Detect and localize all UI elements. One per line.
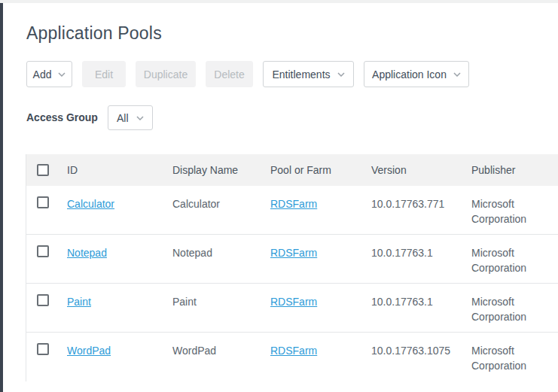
pool-or-farm-cell: RDSFarm bbox=[270, 284, 371, 309]
chevron-down-icon bbox=[337, 72, 345, 77]
chevron-down-icon bbox=[453, 72, 461, 77]
table-row: Paint Paint RDSFarm 10.0.17763.1 Microso… bbox=[26, 284, 558, 333]
delete-button-label: Delete bbox=[214, 68, 244, 81]
column-header-version: Version bbox=[371, 164, 471, 176]
column-header-pool-or-farm: Pool or Farm bbox=[270, 164, 371, 176]
app-id-cell: Notepad bbox=[67, 235, 172, 260]
row-checkbox-cell bbox=[26, 235, 67, 261]
table-row: WordPad WordPad RDSFarm 10.0.17763.1075 … bbox=[26, 333, 558, 381]
add-button[interactable]: Add bbox=[26, 61, 72, 87]
pool-or-farm-cell: RDSFarm bbox=[270, 235, 371, 260]
duplicate-button-label: Duplicate bbox=[144, 68, 188, 81]
table-header-row: ID Display Name Pool or Farm Version Pub… bbox=[26, 154, 558, 186]
version-cell: 10.0.17763.1 bbox=[371, 284, 471, 309]
row-checkbox[interactable] bbox=[37, 343, 49, 355]
access-group-label: Access Group bbox=[26, 105, 98, 130]
toolbar: Add Edit Duplicate Delete Entitlements A… bbox=[26, 61, 469, 87]
row-checkbox[interactable] bbox=[37, 294, 49, 306]
pool-or-farm-link[interactable]: RDSFarm bbox=[270, 198, 317, 210]
app-id-link[interactable]: Paint bbox=[67, 296, 91, 308]
display-name-cell: Paint bbox=[172, 284, 270, 309]
entitlements-dropdown-label: Entitlements bbox=[272, 68, 330, 81]
page-title: Application Pools bbox=[26, 23, 162, 44]
chevron-down-icon bbox=[58, 72, 66, 77]
app-id-cell: Paint bbox=[67, 284, 172, 309]
access-group-selected-value: All bbox=[117, 112, 129, 124]
column-header-id: ID bbox=[67, 164, 172, 176]
row-checkbox-cell bbox=[26, 333, 67, 359]
display-name-cell: Calculator bbox=[172, 186, 270, 211]
column-header-publisher: Publisher bbox=[471, 164, 558, 176]
application-pools-table: ID Display Name Pool or Farm Version Pub… bbox=[26, 154, 558, 381]
row-checkbox-cell bbox=[26, 284, 67, 310]
version-cell: 10.0.17763.1075 bbox=[371, 333, 471, 358]
chevron-down-icon bbox=[136, 116, 144, 120]
app-id-link[interactable]: WordPad bbox=[67, 345, 111, 357]
add-button-label: Add bbox=[33, 68, 52, 81]
column-header-display-name: Display Name bbox=[172, 164, 270, 176]
header-checkbox-cell bbox=[26, 164, 67, 176]
duplicate-button[interactable]: Duplicate bbox=[136, 61, 196, 87]
pool-or-farm-link[interactable]: RDSFarm bbox=[270, 247, 317, 259]
publisher-cell: Microsoft Corporation bbox=[471, 186, 558, 226]
access-group-select[interactable]: All bbox=[108, 105, 153, 130]
row-checkbox-cell bbox=[26, 186, 67, 212]
app-id-cell: WordPad bbox=[67, 333, 172, 358]
application-icon-dropdown-label: Application Icon bbox=[372, 68, 447, 81]
row-checkbox[interactable] bbox=[37, 245, 49, 257]
pool-or-farm-cell: RDSFarm bbox=[270, 333, 371, 358]
pool-or-farm-link[interactable]: RDSFarm bbox=[270, 345, 317, 357]
version-cell: 10.0.17763.1 bbox=[371, 235, 471, 260]
select-all-checkbox[interactable] bbox=[37, 164, 49, 176]
publisher-cell: Microsoft Corporation bbox=[471, 284, 558, 324]
sidebar-edge bbox=[0, 3, 3, 392]
display-name-cell: WordPad bbox=[172, 333, 270, 358]
top-edge-strip bbox=[0, 0, 558, 3]
table-body: Calculator Calculator RDSFarm 10.0.17763… bbox=[26, 186, 558, 381]
row-checkbox[interactable] bbox=[37, 196, 49, 208]
entitlements-dropdown[interactable]: Entitlements bbox=[263, 61, 354, 87]
edit-button-label: Edit bbox=[95, 68, 113, 81]
table-row: Notepad Notepad RDSFarm 10.0.17763.1 Mic… bbox=[26, 235, 558, 284]
pool-or-farm-link[interactable]: RDSFarm bbox=[270, 296, 317, 308]
app-id-link[interactable]: Calculator bbox=[67, 198, 114, 210]
pool-or-farm-cell: RDSFarm bbox=[270, 186, 371, 211]
app-id-cell: Calculator bbox=[67, 186, 172, 211]
app-id-link[interactable]: Notepad bbox=[67, 247, 107, 259]
table-row: Calculator Calculator RDSFarm 10.0.17763… bbox=[26, 186, 558, 235]
application-pools-page: Application Pools Add Edit Duplicate Del… bbox=[0, 0, 558, 392]
delete-button[interactable]: Delete bbox=[206, 61, 253, 87]
edit-button[interactable]: Edit bbox=[82, 61, 126, 87]
application-icon-dropdown[interactable]: Application Icon bbox=[364, 61, 469, 87]
version-cell: 10.0.17763.771 bbox=[371, 186, 471, 211]
display-name-cell: Notepad bbox=[172, 235, 270, 260]
publisher-cell: Microsoft Corporation bbox=[471, 333, 558, 373]
access-group-filter: Access Group All bbox=[26, 105, 153, 130]
publisher-cell: Microsoft Corporation bbox=[471, 235, 558, 275]
